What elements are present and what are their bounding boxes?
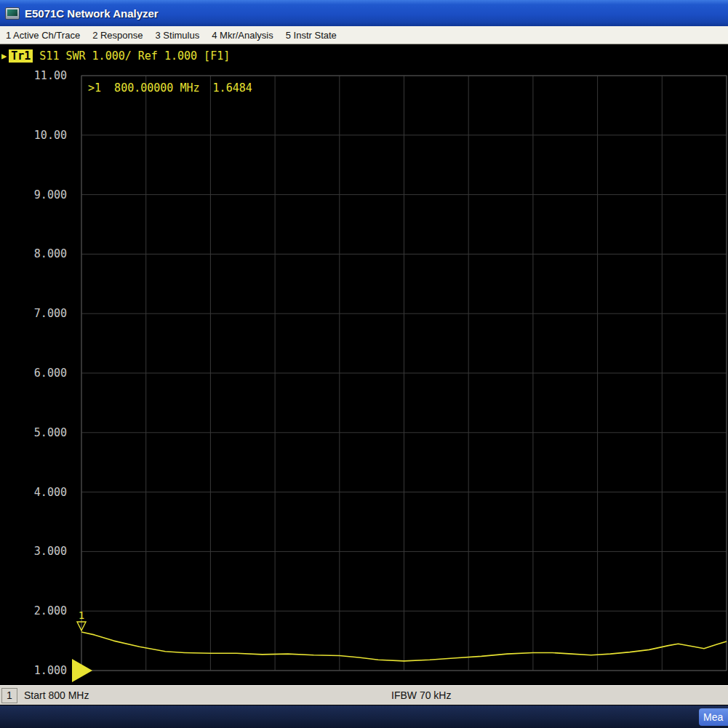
menu-item[interactable]: 1 Active Ch/Trace: [6, 30, 80, 41]
plot-area: 1 >1 800.00000 MHz 1.6484: [81, 76, 727, 671]
y-axis-tick-label: 1.000: [1, 664, 67, 677]
meas-softkey-button[interactable]: Mea: [699, 708, 728, 726]
menu-bar: 1 Active Ch/Trace2 Response3 Stimulus4 M…: [0, 26, 728, 44]
marker-readout: >1 800.00000 MHz 1.6484: [88, 81, 252, 95]
y-axis-tick-label: 9.000: [1, 188, 67, 201]
channel-number-box: 1: [1, 688, 17, 703]
y-axis-tick-label: 6.000: [1, 367, 67, 380]
start-frequency: Start 800 MHz: [24, 689, 89, 701]
instrument-screen: ▶ Tr1 S11 SWR 1.000/ Ref 1.000 [F1] 11.0…: [0, 44, 728, 685]
y-axis-tick-label: 8.000: [1, 247, 67, 260]
y-axis-labels: 11.0010.009.0008.0007.0006.0005.0004.000…: [0, 44, 70, 685]
status-bar: 1 Start 800 MHz IFBW 70 kHz: [0, 685, 728, 705]
y-axis-tick-label: 11.00: [1, 69, 67, 82]
y-axis-tick-label: 7.000: [1, 307, 67, 320]
marker-number: 1: [79, 609, 84, 621]
y-axis-tick-label: 5.000: [1, 426, 67, 439]
ifbw-value: IFBW 70 kHz: [391, 689, 451, 701]
y-axis-tick-label: 4.000: [1, 486, 67, 499]
menu-item[interactable]: 3 Stimulus: [156, 30, 200, 41]
reference-level-indicator-icon: [72, 659, 92, 682]
y-axis-tick-label: 3.000: [1, 545, 67, 558]
window-title: E5071C Network Analyzer: [25, 7, 159, 20]
menu-item[interactable]: 2 Response: [92, 30, 143, 41]
task-bar: Mea: [0, 705, 728, 728]
grid-and-trace: 1: [81, 76, 727, 671]
menu-item[interactable]: 4 Mkr/Analysis: [212, 30, 273, 41]
y-axis-tick-label: 2.000: [1, 604, 67, 617]
y-axis-tick-label: 10.00: [1, 129, 67, 142]
window-titlebar: E5071C Network Analyzer: [0, 0, 728, 26]
app-icon: [5, 7, 20, 20]
menu-item[interactable]: 5 Instr State: [286, 30, 337, 41]
